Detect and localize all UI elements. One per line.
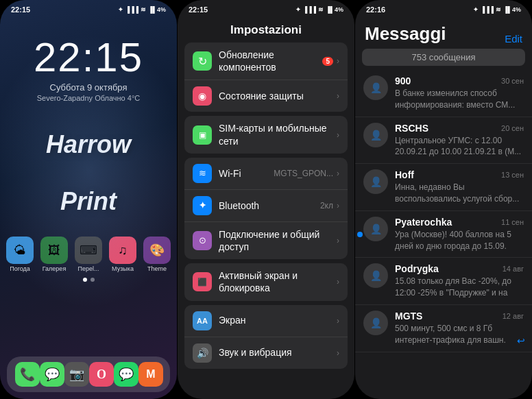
bluetooth-icon: ✦ xyxy=(118,6,123,13)
msg-body-hoff: Hoff 13 сен Инна, недавно Вы воспользова… xyxy=(395,169,524,205)
dock-opera[interactable]: O xyxy=(89,362,114,387)
settings-icon-sim: ▣ xyxy=(193,125,212,145)
settings-row-bluetooth[interactable]: ✦ Bluetooth 2кл › xyxy=(184,190,348,222)
msg-sender-900: 900 xyxy=(395,75,411,86)
dock-icon-messages: 💬 xyxy=(40,362,64,387)
settings-section-2: ▣ SIM-карты и мобильные сети › xyxy=(184,116,348,153)
msg-sender-mgts: MGTS xyxy=(395,311,422,322)
settings-text-wifi: Wi-Fi xyxy=(219,167,274,180)
settings-section-5: AA Экран › 🔊 Звук и вибрация › xyxy=(184,305,348,369)
settings-icon-updates: ↻ xyxy=(193,51,212,71)
bottom-dock: 📞 💬 📷 O 💬 M xyxy=(7,356,170,392)
msg-top-hoff: Hoff 13 сен xyxy=(395,169,524,180)
battery-icon-2: ▐▌4% xyxy=(326,6,343,13)
dock-phone[interactable]: 📞 xyxy=(15,362,40,387)
chevron-sound: › xyxy=(337,348,339,358)
message-row-900[interactable]: 👤 900 30 сен В банке изменился способ ин… xyxy=(355,70,532,117)
settings-text-sound: Звук и вибрация xyxy=(219,346,337,359)
msg-top-mgts: MGTS 12 авг xyxy=(395,311,524,322)
message-row-mgts[interactable]: 👤 MGTS 12 авг 500 минут, 500 смс и 8 Гб … xyxy=(355,305,532,352)
message-row-pyaterochka[interactable]: 👤 Pyaterochka 11 сен Ура (Москве)! 400 б… xyxy=(355,211,532,258)
settings-icon-display: AA xyxy=(193,311,212,330)
msg-body-pyaterochka: Pyaterochka 11 сен Ура (Москве)! 400 бал… xyxy=(395,217,524,252)
msg-preview-pyaterochka: Ура (Москве)! 400 баллов на 5 дней ко дн… xyxy=(395,229,524,252)
status-icons-2: ✦ ▐▐▐ ≋ ▐▌4% xyxy=(295,6,343,13)
settings-row-hotspot[interactable]: ⊙ Подключение и общий доступ › xyxy=(184,222,348,259)
msg-preview-900: В банке изменился способ информирования:… xyxy=(395,88,524,111)
msg-preview-rschs: Центральное УГМС: с 12.00 20.09.21 до 10… xyxy=(395,135,524,158)
settings-icon-screen-lock: ⬛ xyxy=(193,272,212,291)
status-bar-3: 22:16 ✦ ▐▐▐ ≋ ▐▌4% xyxy=(355,0,532,16)
msg-top-900: 900 30 сен xyxy=(395,75,524,86)
bg-glow xyxy=(0,34,177,309)
msg-time-hoff: 13 сен xyxy=(501,171,524,179)
messages-count: 753 сообщения xyxy=(362,49,525,66)
unread-dot-pyaterochka xyxy=(357,232,363,237)
msg-sender-pyaterochka: Pyaterochka xyxy=(395,217,452,228)
settings-row-wifi[interactable]: ≋ Wi-Fi MGTS_GPON... › xyxy=(184,158,348,190)
badge-updates: 5 xyxy=(322,57,333,66)
settings-section-1: ↻ Обновление компонентов 5 › ◉ Состояние… xyxy=(184,43,348,112)
settings-row-sim[interactable]: ▣ SIM-карты и мобильные сети › xyxy=(184,116,348,153)
msg-sender-hoff: Hoff xyxy=(395,169,414,180)
chevron-updates: › xyxy=(337,56,339,66)
chevron-protection: › xyxy=(337,91,339,101)
messages-header: Messaggi Edit xyxy=(355,16,532,49)
battery-icon: ▐▌4% xyxy=(148,6,166,13)
settings-row-screen-lock[interactable]: ⬛ Активный экран и блокировка › xyxy=(184,263,348,300)
dock-icon-opera: O xyxy=(89,362,114,387)
dock-icon-camera: 📷 xyxy=(64,362,89,387)
messages-edit-button[interactable]: Edit xyxy=(505,33,522,45)
chevron-display: › xyxy=(337,316,339,326)
settings-text-screen-lock: Активный экран и блокировка xyxy=(219,269,337,294)
msg-time-podrygka: 14 авг xyxy=(503,265,524,273)
battery-icon-3: ▐▌4% xyxy=(503,6,521,13)
settings-text-display: Экран xyxy=(219,314,337,326)
settings-row-protection[interactable]: ◉ Состояние защиты › xyxy=(184,80,348,112)
settings-text-sim: SIM-карты и мобильные сети xyxy=(219,122,337,147)
msg-time-rschs: 20 сен xyxy=(501,124,524,132)
status-icons-1: ✦ ▐▐▐ ≋ ▐▌4% xyxy=(118,6,166,13)
message-row-rschs[interactable]: 👤 RSCHS 20 сен Центральное УГМС: с 12.00… xyxy=(355,117,532,165)
wifi-icon: ≋ xyxy=(141,6,146,13)
settings-icon-protection: ◉ xyxy=(193,86,212,106)
settings-icon-bluetooth: ✦ xyxy=(193,196,212,215)
dock-camera[interactable]: 📷 xyxy=(64,362,89,387)
settings-row-display[interactable]: AA Экран › xyxy=(184,305,348,337)
msg-top-pyaterochka: Pyaterochka 11 сен xyxy=(395,217,524,228)
avatar-900: 👤 xyxy=(363,75,388,100)
avatar-rschs: 👤 xyxy=(363,123,388,147)
msg-top-rschs: RSCHS 20 сен xyxy=(395,123,524,134)
msg-time-900: 30 сен xyxy=(501,77,524,85)
msg-preview-hoff: Инна, недавно Вы воспользовались услугой… xyxy=(395,182,524,205)
msg-time-pyaterochka: 11 сен xyxy=(501,218,524,226)
chevron-wifi: › xyxy=(337,169,339,178)
dock-icon-whatsapp: 💬 xyxy=(114,362,138,387)
wifi-icon-3: ≋ xyxy=(496,6,501,13)
settings-text-hotspot: Подключение и общий доступ xyxy=(219,228,337,253)
settings-icon-wifi: ≋ xyxy=(193,164,212,183)
settings-title: Impostazioni xyxy=(178,16,354,43)
message-row-hoff[interactable]: 👤 Hoff 13 сен Инна, недавно Вы воспользо… xyxy=(355,164,532,211)
settings-text-bluetooth: Bluetooth xyxy=(219,200,320,212)
settings-value-wifi: MGTS_GPON... xyxy=(274,169,333,178)
status-icons-3: ✦ ▐▐▐ ≋ ▐▌4% xyxy=(473,6,521,13)
message-row-podrygka[interactable]: 👤 Podrygka 14 авг 15.08 только для Вас -… xyxy=(355,258,532,305)
reply-icon-mgts: ↩ xyxy=(517,335,525,346)
settings-icon-hotspot: ⊙ xyxy=(193,231,212,250)
msg-preview-mgts: 500 минут, 500 смс и 8 Гб интернет-трафи… xyxy=(395,323,524,346)
dock-icon-mi: M xyxy=(138,362,163,387)
chevron-bluetooth: › xyxy=(337,201,339,210)
dock-mi[interactable]: M xyxy=(138,362,163,387)
msg-sender-rschs: RSCHS xyxy=(395,123,428,134)
status-bar-2: 22:15 ✦ ▐▐▐ ≋ ▐▌4% xyxy=(178,0,354,16)
avatar-podrygka: 👤 xyxy=(363,263,388,288)
dock-messages[interactable]: 💬 xyxy=(40,362,64,387)
avatar-mgts: 👤 xyxy=(363,311,388,335)
dock-whatsapp[interactable]: 💬 xyxy=(114,362,138,387)
settings-row-sound[interactable]: 🔊 Звук и вибрация › xyxy=(184,337,348,369)
msg-body-rschs: RSCHS 20 сен Центральное УГМС: с 12.00 2… xyxy=(395,123,524,158)
settings-row-updates[interactable]: ↻ Обновление компонентов 5 › xyxy=(184,43,348,80)
msg-body-mgts: MGTS 12 авг 500 минут, 500 смс и 8 Гб ин… xyxy=(395,311,524,346)
msg-sender-podrygka: Podrygka xyxy=(395,263,439,274)
